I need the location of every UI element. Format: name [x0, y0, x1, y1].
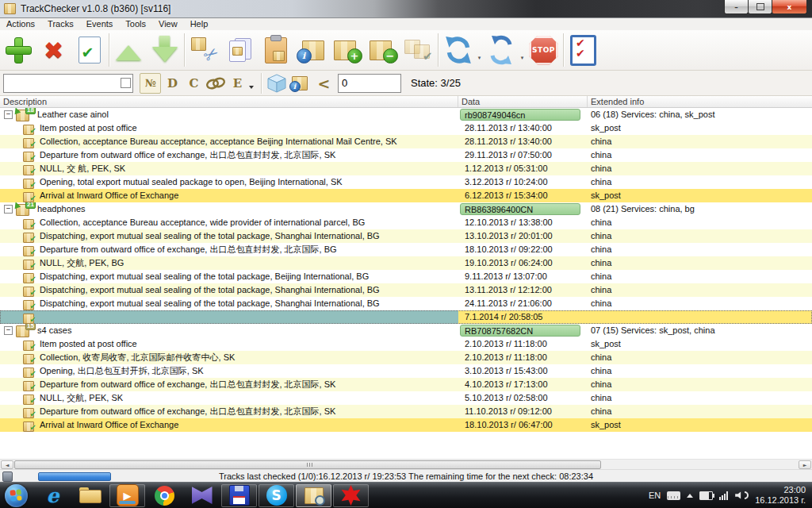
archive-tracks-button[interactable]: ✔ [400, 32, 436, 68]
menu-item-help[interactable]: Help [184, 18, 215, 30]
horizontal-scrollbar[interactable]: ◄ ► [0, 459, 812, 470]
data-cell[interactable]: 18.10.2013 r/ 06:47:00 [458, 418, 588, 432]
track-info-button[interactable]: i [293, 32, 329, 68]
taskbar-item-skype[interactable]: S [259, 484, 294, 507]
add-event-button[interactable]: + [329, 32, 365, 68]
delete-track-button[interactable]: ✖ [36, 32, 71, 68]
battery-icon[interactable] [699, 491, 713, 500]
extended-info-cell[interactable]: china [588, 243, 812, 256]
data-cell[interactable]: 7.1.2014 r/ 20:58:05 [458, 310, 588, 324]
extended-info-cell[interactable]: 08 (21) Services: china, bg [588, 202, 812, 216]
count-input[interactable] [340, 76, 399, 90]
extended-info-cell[interactable]: sk_post [588, 121, 812, 135]
filter-comment-toggle[interactable]: C [184, 74, 204, 93]
extended-info-cell[interactable]: 06 (18) Services: china, sk_post [588, 108, 812, 121]
filter-events-toggle[interactable]: E [228, 74, 247, 93]
expand-toggle[interactable]: − [4, 110, 13, 119]
extended-info-cell[interactable]: china [588, 256, 812, 270]
event-row[interactable]: ✔NULL, 交航, PEK, BG19.10.2013 r/ 06:24:00… [0, 256, 812, 270]
filter-description-toggle[interactable]: D [163, 74, 182, 93]
description-cell[interactable]: ✔Departure from outward office of exchan… [0, 243, 458, 256]
close-button[interactable]: x [772, 0, 807, 14]
description-cell[interactable]: ✔Item posted at post office [0, 337, 458, 351]
data-cell[interactable]: 9.11.2013 r/ 13:07:00 [458, 270, 588, 283]
data-cell[interactable]: 24.11.2013 r/ 21:06:00 [458, 297, 588, 310]
move-down-button[interactable] [147, 32, 182, 68]
menu-item-tracks[interactable]: Tracks [41, 18, 80, 30]
event-row[interactable]: ✔Opening, total export mutual sealed pac… [0, 175, 812, 189]
data-cell[interactable]: 11.10.2013 r/ 09:12:00 [458, 405, 588, 418]
extended-info-cell[interactable]: china [588, 364, 812, 378]
event-row[interactable]: ✔Opening, 出口总包互封开拆, 北京国际, SK3.10.2013 r/… [0, 364, 812, 378]
keyboard-icon[interactable] [667, 491, 680, 500]
track-group-row[interactable]: −18Leather case ainolrb908749046cn06 (18… [0, 108, 812, 121]
extended-info-cell[interactable]: china [588, 148, 812, 162]
refresh-dropdown[interactable]: ▾ [476, 25, 483, 75]
scroll-right-button[interactable]: ► [799, 460, 811, 469]
track-group-row[interactable]: −15s4 casesRB708757682CN07 (15) Services… [0, 324, 812, 337]
move-up-button[interactable] [111, 32, 147, 68]
description-cell[interactable]: −21headphones [0, 202, 458, 216]
extended-info-cell[interactable]: china [588, 351, 812, 364]
description-cell[interactable]: ✔Departure from outward office of exchan… [0, 378, 458, 391]
menu-item-actions[interactable]: Actions [0, 18, 41, 30]
data-cell[interactable]: 28.11.2013 r/ 13:40:00 [458, 135, 588, 148]
event-row[interactable]: ✔Dispatching, export mutual seal sealing… [0, 283, 812, 297]
event-row[interactable]: ✔Item posted at post office28.11.2013 r/… [0, 121, 812, 135]
remove-event-button[interactable]: − [365, 32, 400, 68]
extended-info-cell[interactable]: china [588, 270, 812, 283]
taskbar-item-media-player[interactable]: ▶ [109, 484, 145, 507]
description-cell[interactable]: ✔Collection, acceptance Bureau acceptanc… [0, 216, 458, 229]
column-header-extended-info[interactable]: Extended info [588, 96, 812, 107]
add-track-button[interactable] [0, 32, 36, 68]
column-header-description[interactable]: Description [0, 96, 458, 107]
description-cell[interactable]: ✔Item posted at post office [0, 121, 458, 135]
hidden-icons-button[interactable] [687, 494, 693, 498]
data-cell[interactable]: 13.10.2013 r/ 20:01:00 [458, 229, 588, 243]
extended-info-cell[interactable]: china [588, 378, 812, 391]
description-cell[interactable]: ✔Departure from outward office of exchan… [0, 405, 458, 418]
event-row[interactable]: ✔Departure from outward office of exchan… [0, 243, 812, 256]
data-cell[interactable]: 18.10.2013 r/ 09:22:00 [458, 243, 588, 256]
package-details-button[interactable]: i [289, 74, 308, 93]
cut-button[interactable]: ✂ [186, 32, 222, 68]
data-cell[interactable]: 3.12.2013 r/ 10:24:00 [458, 175, 588, 189]
extended-info-cell[interactable]: china [588, 391, 812, 405]
event-row[interactable]: ✔Arrival at Inward Office of Exchange18.… [0, 418, 812, 432]
refresh-button[interactable] [440, 32, 476, 68]
filter-clear-box[interactable] [121, 78, 131, 88]
maximize-button[interactable] [748, 0, 772, 14]
scrollbar-thumb[interactable] [14, 460, 601, 469]
description-cell[interactable]: ✔ [0, 310, 458, 324]
description-cell[interactable]: ✔Dispatching, export mutual seal sealing… [0, 283, 458, 297]
refresh-all-dropdown[interactable]: ▾ [519, 25, 526, 75]
extended-info-cell[interactable]: china [588, 283, 812, 297]
extended-info-cell[interactable]: sk_post [588, 418, 812, 432]
event-row[interactable]: ✔Collection, 收寄局收寄, 北京国际邮件收寄中心, SK2.10.2… [0, 351, 812, 364]
data-cell[interactable]: 5.10.2013 r/ 02:58:00 [458, 391, 588, 405]
extended-info-cell[interactable]: 07 (15) Services: sk_post, china [588, 324, 812, 337]
scroll-left-button[interactable]: ◄ [1, 460, 13, 469]
event-row[interactable]: ✔NULL, 交 航, PEK, SK1.12.2013 r/ 05:31:00… [0, 162, 812, 175]
description-cell[interactable]: ✔Dispatching, export mutual seal sealing… [0, 229, 458, 243]
refresh-all-button[interactable] [483, 32, 519, 68]
copy-button[interactable] [222, 32, 258, 68]
description-cell[interactable]: ✔Opening, total export mutual sealed pac… [0, 175, 458, 189]
data-cell[interactable]: 2.10.2013 r/ 11:18:00 [458, 351, 588, 364]
data-cell[interactable]: 12.10.2013 r/ 13:38:00 [458, 216, 588, 229]
data-cell[interactable]: 4.10.2013 r/ 17:13:00 [458, 378, 588, 391]
description-cell[interactable]: ✔Dispatching, export mutual seal sealing… [0, 297, 458, 310]
less-than-button[interactable]: < [314, 74, 334, 93]
extended-info-cell[interactable]: china [588, 135, 812, 148]
volume-icon[interactable] [735, 491, 749, 499]
extended-info-cell[interactable]: china [588, 405, 812, 418]
data-cell[interactable]: 28.11.2013 r/ 13:40:00 [458, 121, 588, 135]
column-header-data[interactable]: Data [458, 96, 588, 107]
menu-item-tools[interactable]: Tools [119, 18, 152, 30]
check-now-button[interactable]: ✔✔ [565, 32, 601, 68]
extended-info-cell[interactable]: china [588, 297, 812, 310]
data-cell[interactable]: 19.10.2013 r/ 06:24:00 [458, 256, 588, 270]
extended-info-cell[interactable]: china [588, 175, 812, 189]
data-cell[interactable]: RB863896400CN [458, 202, 588, 216]
event-row[interactable]: ✔NULL, 交航, PEK, SK5.10.2013 r/ 02:58:00c… [0, 391, 812, 405]
